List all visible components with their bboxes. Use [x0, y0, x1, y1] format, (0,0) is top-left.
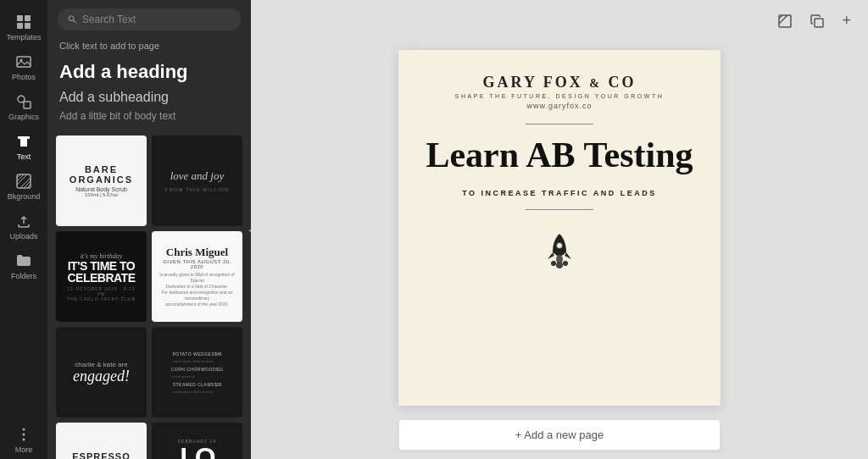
svg-rect-3 — [25, 23, 31, 29]
text-panel: Click text to add to page Add a heading … — [47, 0, 251, 459]
sidebar-label-folders: Folders — [11, 272, 36, 280]
svg-rect-4 — [17, 57, 31, 67]
chris-body: Is proudly given to Walt in recognition … — [159, 272, 236, 307]
svg-rect-2 — [17, 23, 23, 29]
svg-point-22 — [563, 261, 568, 266]
click-hint: Click text to add to page — [47, 39, 251, 58]
sidebar-item-background[interactable]: Bkground — [0, 166, 47, 206]
love-joy-sub: FROM THIS MILLION — [165, 187, 230, 192]
main-title[interactable]: Learn AB Testing — [426, 135, 693, 175]
sidebar-label-background: Bkground — [8, 192, 41, 201]
svg-point-12 — [69, 16, 73, 20]
search-icon — [68, 14, 77, 25]
bare-organics-brand: BAREORGANICS — [70, 164, 133, 185]
svg-rect-1 — [25, 15, 31, 21]
svg-point-18 — [557, 243, 563, 249]
text-samples-grid: BAREORGANICS Natural Body Scrub 150ml | … — [47, 130, 251, 459]
sidebar-label-uploads: Uploads — [9, 232, 37, 241]
love-text: LOVE — [180, 444, 214, 460]
sidebar-item-folders[interactable]: Folders — [0, 246, 47, 285]
menu-item-3: STEAMED CLAMS $26 — [173, 382, 222, 387]
copy-icon — [810, 14, 825, 29]
canvas-scroll: GARY FOX & CO SHAPE THE FUTURE, DESIGN Y… — [251, 41, 868, 459]
sample-card-menu[interactable]: POTATO WEDGES $46 Lorem ipsum dolor sit … — [152, 327, 242, 418]
sample-card-chris-miguel[interactable]: Chris Miguel GIVEN THIS AUGUST 20, 2020 … — [152, 231, 242, 322]
menu-item-2: CORN CHORWOOD $11 — [171, 367, 224, 372]
page-subtitle: TO INCREASE TRAFFIC AND LEADS — [462, 189, 657, 197]
sample-card-engaged[interactable]: charlie & kate are engaged! — [56, 327, 147, 418]
sidebar-item-photos[interactable]: Photos — [0, 47, 47, 86]
svg-rect-8 — [17, 174, 31, 188]
divider-bottom — [526, 209, 593, 210]
sidebar-label-graphics: Graphics — [8, 113, 39, 121]
collapse-panel-button[interactable]: ◀ — [244, 214, 251, 245]
frame-icon — [777, 14, 793, 29]
search-bar[interactable] — [58, 8, 241, 30]
sidebar-item-uploads[interactable]: Uploads — [0, 206, 47, 246]
bare-organics-desc: 150ml | 5.07oz — [85, 192, 118, 197]
sample-card-bare-organics[interactable]: BAREORGANICS Natural Body Scrub 150ml | … — [56, 135, 147, 226]
svg-rect-17 — [815, 19, 823, 27]
sidebar-item-more[interactable]: More — [0, 419, 47, 459]
company-tagline: SHAPE THE FUTURE, DESIGN YOUR GROWTH — [424, 93, 695, 99]
bday-big: IT'S TIME TOCELEBRATE — [67, 260, 135, 284]
svg-rect-7 — [24, 102, 31, 108]
sidebar-label-more: More — [15, 445, 33, 454]
sample-card-birthday[interactable]: it's my birthday IT'S TIME TOCELEBRATE 1… — [56, 231, 147, 322]
add-body-button[interactable]: Add a little bit of body text — [47, 108, 251, 130]
sidebar-label-photos: Photos — [12, 73, 36, 81]
image-icon — [15, 53, 32, 70]
svg-line-13 — [73, 20, 75, 23]
sidebar-item-graphics[interactable]: Graphics — [0, 86, 47, 126]
add-subheading-button[interactable]: Add a subheading — [47, 88, 251, 108]
chris-date: GIVEN THIS AUGUST 20, 2020 — [159, 259, 236, 269]
folder-icon — [15, 252, 32, 269]
svg-point-21 — [556, 262, 563, 268]
svg-point-10 — [23, 434, 25, 436]
canvas-area: + GARY FOX & CO SHAPE THE FUTURE, DESIGN… — [251, 0, 868, 459]
page-header: GARY FOX & CO SHAPE THE FUTURE, DESIGN Y… — [424, 74, 695, 110]
love-joy-text: love and joy — [170, 169, 225, 184]
more-icon — [15, 426, 32, 443]
svg-point-11 — [23, 439, 25, 441]
frame-button[interactable] — [774, 8, 796, 33]
menu-item-1: POTATO WEDGES $46 — [172, 351, 221, 357]
espresso-title: ESPRESSO — [72, 451, 131, 460]
search-input[interactable] — [82, 14, 231, 25]
canvas-page[interactable]: GARY FOX & CO SHAPE THE FUTURE, DESIGN Y… — [398, 50, 721, 406]
svg-point-20 — [551, 261, 556, 266]
sample-card-espresso[interactable]: ESPRESSO Americano 3.40 Cappuccino 3.60 … — [56, 423, 147, 459]
copy-button[interactable] — [806, 8, 828, 33]
sidebar-label-text: Text — [17, 152, 31, 161]
sidebar-item-templates[interactable]: Templates — [0, 7, 47, 47]
divider-top — [526, 124, 593, 124]
rocket-icon — [537, 227, 581, 274]
company-url: www.garyfox.co — [424, 102, 695, 110]
engaged-word: engaged! — [73, 368, 130, 384]
add-heading-button[interactable]: Add a heading — [47, 58, 251, 88]
add-new-page-bar[interactable]: + Add a new page — [398, 419, 721, 451]
sample-card-love-joy[interactable]: love and joy FROM THIS MILLION — [152, 135, 242, 226]
chris-name: Chris Miguel — [166, 246, 228, 259]
text-icon — [15, 133, 32, 150]
sidebar-label-templates: Templates — [6, 33, 41, 41]
upload-icon — [15, 213, 32, 230]
sample-card-love-big[interactable]: FEBRUARY 14 LOVE — [152, 423, 242, 459]
add-page-button-toolbar[interactable]: + — [838, 8, 854, 33]
canvas-toolbar: + — [251, 0, 868, 41]
sidebar: Templates Photos Graphics Text — [0, 0, 47, 459]
company-name: GARY FOX & CO — [424, 74, 695, 91]
bday-small: 11 OCTOBER 2019 · 9:15 PMTHE CARLO YACHT… — [63, 286, 140, 301]
background-icon — [15, 173, 32, 190]
ampersand: & — [589, 77, 602, 90]
shapes-icon — [15, 93, 32, 110]
bare-organics-sub: Natural Body Scrub — [75, 186, 127, 192]
svg-rect-0 — [17, 15, 23, 21]
grid-icon — [15, 14, 32, 30]
sidebar-item-text[interactable]: Text — [0, 126, 47, 166]
svg-point-9 — [23, 429, 25, 431]
